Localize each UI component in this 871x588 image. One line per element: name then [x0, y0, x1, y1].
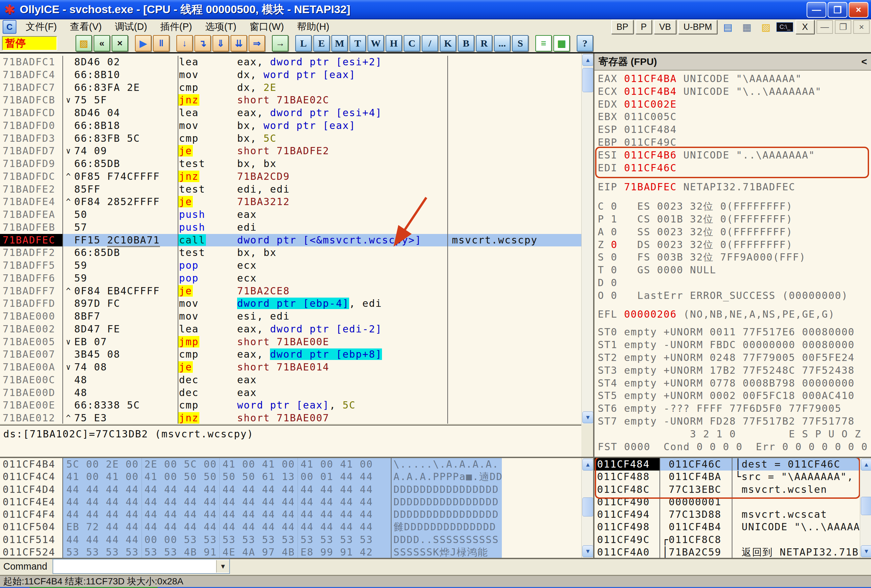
minimize-button[interactable]: —	[807, 2, 826, 18]
disasm-row-71BADFDC[interactable]: 71BADFDC^0F85 F74CFFFFjnz71BA2CD9	[0, 170, 581, 183]
title-bar[interactable]: ✱ OllyICE - svchost.exe - [CPU - 线程 0000…	[0, 0, 871, 19]
chevron-down-icon[interactable]: ▼	[216, 560, 229, 573]
disasm-row-71BADFFD[interactable]: 71BADFFD897D FCmovdword ptr [ebp-4], edi	[0, 297, 581, 310]
register-line[interactable]: T 0 GS 0000 NULL	[598, 264, 871, 277]
disasm-row-71BADFC1[interactable]: 71BADFC18D46 02leaeax, dword ptr [esi+2]	[0, 56, 581, 69]
stack-row-011CF490[interactable]: 011CF490 00000001	[594, 496, 871, 508]
disasm-row-71BADFCB[interactable]: 71BADFCB∨75 5Fjnzshort 71BAE02C	[0, 94, 581, 107]
disasm-row-71BADFF5[interactable]: 71BADFF559popecx	[0, 259, 581, 272]
disassembly-scrollbar[interactable]: ▲ ▼	[581, 54, 594, 424]
register-line[interactable]: ECX 011CF4B4 UNICODE "\..\AAAAAAA"	[598, 85, 871, 98]
dump-scrollbar[interactable]: ▲ ▼	[581, 458, 594, 558]
register-line[interactable]: P 1 CS 001B 32位 0(FFFFFFFF)	[598, 213, 871, 226]
disasm-row-71BADFF6[interactable]: 71BADFF659popecx	[0, 272, 581, 285]
disasm-row-71BADFD9[interactable]: 71BADFD966:85DBtestbx, bx	[0, 158, 581, 170]
stack-row-011CF488[interactable]: 011CF488 011CF4BA└src = "\AAAAAAA",	[594, 470, 871, 483]
disasm-row-71BADFEA[interactable]: 71BADFEA50pusheax	[0, 208, 581, 221]
hex-dump-pane[interactable]: 011CF4B45C 00 2E 002E 00 5C 0041 00 41 0…	[0, 458, 581, 558]
patches-window-button[interactable]: /	[422, 35, 438, 52]
collapse-icon[interactable]: <	[861, 56, 867, 67]
close-program-button[interactable]: ×	[112, 35, 128, 52]
dump-row-011CF504[interactable]: 011CF504EB 72 44 4444 44 44 4444 44 44 4…	[0, 521, 581, 533]
register-line[interactable]: ST5 empty +UNORM 0002 00F5FC18 000AC410	[598, 390, 871, 402]
stack-scrollbar[interactable]: ▲ ▼	[860, 458, 871, 558]
scrollbar-thumb[interactable]	[582, 68, 594, 92]
dump-row-011CF4C4[interactable]: 011CF4C441 00 41 0041 00 50 5050 50 61 1…	[0, 470, 581, 483]
menu-item-5[interactable]: 窗口(W)	[243, 20, 291, 33]
pane-divider[interactable]	[593, 54, 594, 558]
disasm-row-71BADFC7[interactable]: 71BADFC766:83FA 2Ecmpdx, 2E	[0, 81, 581, 94]
register-line[interactable]: EFL 00000206 (NO,NB,NE,A,NS,PE,GE,G)	[598, 308, 871, 321]
stack-pane[interactable]: 011CF484 011CF46C│dest = 011CF46C011CF48…	[594, 458, 871, 558]
scroll-down-icon[interactable]: ▼	[861, 545, 871, 557]
disasm-row-71BAE000[interactable]: 71BAE0008BF7movesi, edi	[0, 310, 581, 323]
notepad-button[interactable]: ▤	[719, 20, 736, 33]
open-file-button[interactable]: ▨	[76, 35, 92, 52]
log-window-button[interactable]: L	[295, 35, 312, 52]
disasm-row-71BADFF2[interactable]: 71BADFF266:85DBtestbx, bx	[0, 246, 581, 259]
disasm-row-71BAE005[interactable]: 71BAE005∨EB 07jmpshort 71BAE00E	[0, 336, 581, 348]
register-line[interactable]: D 0	[598, 277, 871, 290]
stack-row-011CF48C[interactable]: 011CF48C 77C13EBC msvcrt.wcslen	[594, 484, 871, 496]
run-trace-window-button[interactable]: ...	[494, 35, 510, 52]
menu-item-0[interactable]: 文件(F)	[19, 20, 63, 33]
plugin-button-u-bpm[interactable]: U-BPM	[678, 20, 717, 34]
step-over-button[interactable]: ↴	[195, 35, 211, 52]
register-line[interactable]: EAX 011CF4BA UNICODE "\AAAAAAA"	[598, 73, 871, 85]
threads-window-button[interactable]: T	[349, 35, 366, 52]
disasm-row-71BAE007[interactable]: 71BAE0073B45 08cmpeax, dword ptr [ebp+8]	[0, 348, 581, 361]
stack-row-011CF4A0[interactable]: 011CF4A0│71BA2C59 返回到 NETAPI32.71B	[594, 546, 871, 558]
restart-button[interactable]: «	[94, 35, 110, 52]
register-line[interactable]: A 0 SS 0023 32位 0(FFFFFFFF)	[598, 226, 871, 239]
scrollbar-thumb[interactable]	[582, 497, 594, 516]
disasm-row-71BAE00E[interactable]: 71BAE00E66:8338 5Ccmpword ptr [eax], 5C	[0, 399, 581, 412]
help-button[interactable]: ?	[577, 35, 593, 52]
register-line[interactable]: ST2 empty +UNORM 0248 77F79005 00F5FE24	[598, 351, 871, 364]
mdi-restore-button[interactable]: ❐	[835, 20, 851, 34]
register-line[interactable]: ST1 empty -UNORM FBDC 00000000 00080000	[598, 339, 871, 351]
plugin-button-p[interactable]: P	[636, 20, 652, 34]
references-window-button[interactable]: R	[476, 35, 492, 52]
pane-divider[interactable]	[0, 457, 871, 458]
scroll-up-icon[interactable]: ▲	[861, 459, 871, 470]
disasm-row-71BADFEC[interactable]: 71BADFECFF15 2C10BA71calldword ptr [<&ms…	[0, 234, 581, 247]
stack-row-011CF484[interactable]: 011CF484 011CF46C│dest = 011CF46C	[594, 458, 871, 470]
registers-pane[interactable]: 寄存器 (FPU) < EAX 011CF4BA UNICODE "\AAAAA…	[594, 54, 871, 457]
disasm-row-71BADFEB[interactable]: 71BADFEB57pushedi	[0, 221, 581, 234]
plugin-button-vb[interactable]: VB	[654, 20, 676, 34]
disasm-row-71BADFE4[interactable]: 71BADFE4^0F84 2852FFFFje71BA3212	[0, 196, 581, 208]
command-input[interactable]	[54, 560, 216, 572]
disasm-row-71BAE00A[interactable]: 71BAE00A∨74 08jeshort 71BAE014	[0, 361, 581, 374]
disasm-row-71BADFF7[interactable]: 71BADFF7^0F84 EB4CFFFFje71BA2CE8	[0, 285, 581, 298]
step-into-button[interactable]: ↓	[177, 35, 193, 52]
command-combobox[interactable]: ▼	[52, 559, 230, 574]
go-to-button[interactable]: →	[272, 35, 288, 52]
disasm-row-71BAE012[interactable]: 71BAE012^75 E3jnzshort 71BAE007	[0, 412, 581, 424]
stack-row-011CF49C[interactable]: 011CF49C┌011CF8C8	[594, 534, 871, 546]
dump-row-011CF4F4[interactable]: 011CF4F444 44 44 4444 44 44 4444 44 44 4…	[0, 508, 581, 521]
call-stack-window-button[interactable]: K	[440, 35, 456, 52]
disasm-row-71BAE00C[interactable]: 71BAE00C48deceax	[0, 374, 581, 387]
run-button[interactable]: ▶	[135, 35, 151, 52]
register-line[interactable]: EDX 011C002E	[598, 98, 871, 111]
mdi-minimize-button[interactable]: —	[817, 20, 833, 34]
disasm-row-71BADFD0[interactable]: 71BADFD066:8B18movbx, word ptr [eax]	[0, 119, 581, 132]
close-plugin-button[interactable]: X	[795, 20, 814, 34]
scroll-up-icon[interactable]: ▲	[582, 54, 594, 66]
handles-window-button[interactable]: H	[386, 35, 402, 52]
scroll-down-icon[interactable]: ▼	[582, 545, 594, 557]
register-line[interactable]: FST 0000 Cond 0 0 0 0 Err 0 0 0 0 0 0 0 …	[598, 441, 871, 454]
animate-into-button[interactable]: ⇓	[213, 35, 229, 52]
menu-item-6[interactable]: 帮助(H)	[290, 20, 336, 33]
register-line[interactable]: Z 0 DS 0023 32位 0(FFFFFFFF)	[598, 239, 871, 251]
memory-window-button[interactable]: M	[331, 35, 348, 52]
execute-till-return-button[interactable]: ⇒	[248, 35, 265, 52]
register-line[interactable]: O 0 LastErr ERROR_SUCCESS (00000000)	[598, 290, 871, 302]
register-line[interactable]: ESP 011CF484	[598, 123, 871, 136]
scrollbar-thumb[interactable]	[861, 497, 871, 515]
disasm-row-71BADFD7[interactable]: 71BADFD7∨74 09jeshort 71BADFE2	[0, 145, 581, 158]
dump-row-011CF4B4[interactable]: 011CF4B45C 00 2E 002E 00 5C 0041 00 41 0…	[0, 458, 581, 470]
menu-item-3[interactable]: 插件(P)	[154, 20, 199, 33]
disasm-row-71BAE00D[interactable]: 71BAE00D48deceax	[0, 387, 581, 399]
disasm-row-71BADFD3[interactable]: 71BADFD366:83FB 5Ccmpbx, 5C	[0, 132, 581, 145]
